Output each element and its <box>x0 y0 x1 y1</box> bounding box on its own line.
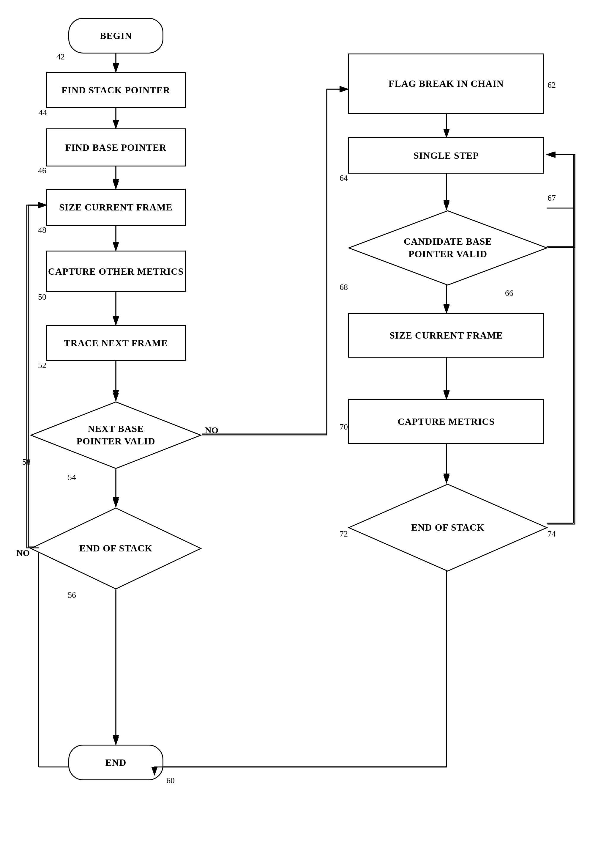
trace-next-frame-label: TRACE NEXT FRAME <box>64 338 168 349</box>
label-58: 58 <box>22 457 31 467</box>
capture-other-metrics-label: CAPTURE OTHER METRICS <box>48 266 184 277</box>
capture-metrics-label: CAPTURE METRICS <box>398 416 495 427</box>
label-42: 42 <box>57 52 65 61</box>
end-of-stack-left-label: END OF STACK <box>74 542 157 555</box>
flag-break-label: FLAG BREAK IN CHAIN <box>389 78 504 89</box>
label-52: 52 <box>38 361 46 370</box>
label-60: 60 <box>166 776 175 786</box>
end-label: END <box>105 757 127 768</box>
label-68: 68 <box>339 282 348 292</box>
begin-label: BEGIN <box>100 30 132 41</box>
size-current-frame-left-label: SIZE CURRENT FRAME <box>59 202 173 213</box>
size-current-frame-right-label: SIZE CURRENT FRAME <box>389 330 503 341</box>
capture-metrics-node: CAPTURE METRICS <box>348 399 544 444</box>
find-stack-pointer-node: FIND STACK POINTER <box>46 72 186 108</box>
single-step-node: SINGLE STEP <box>348 137 544 174</box>
label-44: 44 <box>39 108 47 117</box>
find-base-pointer-node: FIND BASE POINTER <box>46 128 186 166</box>
flag-break-in-chain-node: FLAG BREAK IN CHAIN <box>348 54 544 114</box>
next-bp-valid-label: NEXT BASE POINTER VALID <box>71 423 160 447</box>
trace-next-frame-node: TRACE NEXT FRAME <box>46 325 186 361</box>
label-50: 50 <box>38 292 46 302</box>
label-67: 67 <box>547 193 556 203</box>
find-stack-pointer-label: FIND STACK POINTER <box>61 85 170 96</box>
capture-other-metrics-node: CAPTURE OTHER METRICS <box>46 250 186 292</box>
no-label-left-eos: NO <box>16 548 30 558</box>
label-70: 70 <box>339 422 348 432</box>
end-of-stack-right-label: END OF STACK <box>398 522 498 534</box>
size-current-frame-left-node: SIZE CURRENT FRAME <box>46 189 186 226</box>
end-of-stack-left-diamond: END OF STACK <box>30 507 202 590</box>
label-64: 64 <box>339 173 348 183</box>
label-48: 48 <box>38 225 46 235</box>
label-74: 74 <box>547 529 556 539</box>
label-66: 66 <box>505 288 513 298</box>
size-current-frame-right-node: SIZE CURRENT FRAME <box>348 313 544 358</box>
label-62: 62 <box>547 80 556 90</box>
end-of-stack-right-diamond: END OF STACK <box>348 483 548 572</box>
label-54: 54 <box>68 473 76 482</box>
label-46: 46 <box>38 166 46 175</box>
no-label-right: NO <box>205 425 218 435</box>
end-node: END <box>68 745 163 780</box>
label-56: 56 <box>68 591 76 600</box>
single-step-label: SINGLE STEP <box>414 150 479 161</box>
begin-node: BEGIN <box>68 18 163 54</box>
label-72: 72 <box>339 529 348 539</box>
next-bp-valid-diamond: NEXT BASE POINTER VALID <box>30 401 202 470</box>
candidate-bp-valid-label: CANDIDATE BASE POINTER VALID <box>398 235 498 260</box>
candidate-bp-valid-diamond: CANDIDATE BASE POINTER VALID <box>348 210 548 286</box>
flowchart-diagram: BEGIN 42 FIND STACK POINTER 44 FIND BASE… <box>0 0 598 868</box>
find-base-pointer-label: FIND BASE POINTER <box>65 142 167 153</box>
